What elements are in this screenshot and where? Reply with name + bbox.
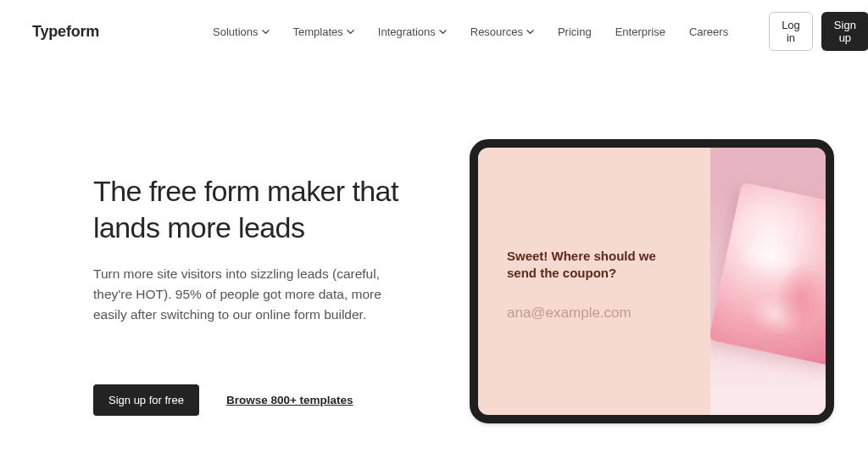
email-input-placeholder: ana@example.com [507, 305, 705, 322]
nav-label: Templates [293, 25, 343, 38]
nav-resources[interactable]: Resources [470, 25, 534, 38]
nav-label: Solutions [213, 25, 258, 38]
nav-careers[interactable]: Careers [689, 25, 728, 38]
chevron-down-icon [439, 28, 447, 36]
signup-button[interactable]: Sign up [821, 12, 868, 51]
auth-buttons: Log in Sign up [769, 12, 868, 51]
nav-solutions[interactable]: Solutions [213, 25, 269, 38]
soap-illustration [710, 182, 827, 366]
tablet-screen: Sweet! Where should we send the coupon? … [478, 148, 826, 415]
soap-swirl [710, 182, 827, 366]
tablet-image [710, 148, 827, 415]
nav-enterprise[interactable]: Enterprise [615, 25, 665, 38]
tablet-form-area: Sweet! Where should we send the coupon? … [478, 148, 710, 415]
login-button[interactable]: Log in [769, 12, 813, 51]
nav-label: Pricing [558, 25, 592, 38]
form-question: Sweet! Where should we send the coupon? [507, 248, 668, 283]
signup-free-button[interactable]: Sign up for free [93, 384, 199, 416]
hero-section: The free form maker that lands more lead… [0, 63, 868, 465]
chevron-down-icon [262, 28, 270, 36]
nav-pricing[interactable]: Pricing [558, 25, 592, 38]
brand-logo[interactable]: Typeform [32, 23, 99, 41]
hero-subtext: Turn more site visitors into sizzling le… [93, 264, 415, 325]
site-header: Typeform Solutions Templates Integration… [0, 0, 868, 63]
chevron-down-icon [526, 28, 534, 36]
nav-label: Integrations [378, 25, 436, 38]
chevron-down-icon [347, 28, 354, 36]
browse-templates-link[interactable]: Browse 800+ templates [226, 394, 353, 406]
nav-label: Enterprise [615, 25, 665, 38]
nav-templates[interactable]: Templates [293, 25, 354, 38]
hero-copy: The free form maker that lands more lead… [93, 148, 432, 465]
hero-cta-group: Sign up for free Browse 800+ templates [93, 384, 432, 416]
nav-label: Resources [470, 25, 523, 38]
hero-headline: The free form maker that lands more lead… [93, 173, 432, 245]
nav-label: Careers [689, 25, 728, 38]
nav-integrations[interactable]: Integrations [378, 25, 447, 38]
main-nav: Solutions Templates Integrations Resourc… [213, 25, 728, 38]
tablet-mockup: Sweet! Where should we send the coupon? … [470, 139, 834, 423]
